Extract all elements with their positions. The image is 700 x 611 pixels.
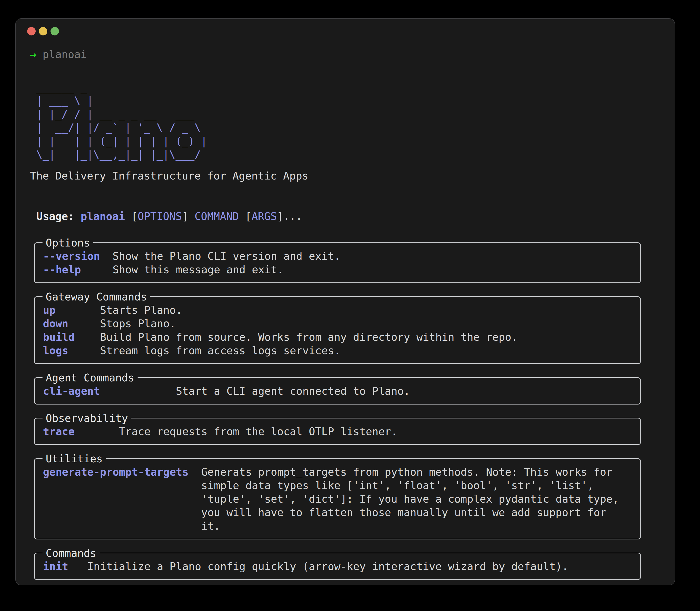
panel-title: Gateway Commands — [43, 290, 150, 304]
panel-gateway-commands: Gateway Commands up Starts Plano. down S… — [34, 296, 641, 364]
command-row: --version Show the Plano CLI version and… — [43, 250, 640, 263]
panel-agent-commands: Agent Commands cli-agent Start a CLI age… — [34, 377, 641, 404]
panel-title: Agent Commands — [43, 371, 138, 385]
usage-program: planoai — [81, 210, 125, 223]
panel-commands: Commands init Initialize a Plano config … — [34, 553, 641, 580]
usage-line: Usage: planoai [OPTIONS] COMMAND [ARGS].… — [30, 210, 661, 223]
zoom-button[interactable] — [50, 27, 59, 35]
command-description: Starts Plano. — [100, 303, 182, 317]
prompt-line: → planoai — [30, 48, 661, 61]
command-row: down Stops Plano. — [43, 317, 640, 330]
command-name: logs — [43, 344, 100, 357]
command-row: build Build Plano from source. Works fro… — [43, 330, 640, 344]
close-button[interactable] — [27, 27, 36, 35]
command-name: down — [43, 317, 100, 330]
panel-observability: Observability trace Trace requests from … — [34, 418, 641, 445]
command-name: generate-prompt-targets — [43, 465, 201, 479]
usage-args-token: ARGS — [252, 210, 277, 223]
command-name: cli-agent — [43, 384, 176, 398]
command-name: build — [43, 330, 100, 344]
panel-title: Options — [43, 236, 93, 250]
command-name: trace — [43, 425, 119, 438]
terminal-content: → planoai ______ _ | ___ \ | | |_/ / | _… — [30, 48, 661, 580]
panel-title: Observability — [43, 412, 131, 425]
panel-utilities: Utilities generate-prompt-targets Genera… — [34, 458, 641, 539]
command-description: Build Plano from source. Works from any … — [100, 330, 518, 344]
command-row: logs Stream logs from access logs servic… — [43, 344, 640, 357]
usage-command-token: COMMAND — [195, 210, 239, 223]
command-description: Stops Plano. — [100, 317, 176, 330]
usage-bracket: ] — [182, 210, 195, 223]
option-description: Show the Plano CLI version and exit. — [113, 250, 340, 263]
usage-ellipsis: ]... — [277, 210, 302, 223]
command-row: up Starts Plano. — [43, 303, 640, 317]
panel-title: Commands — [43, 547, 100, 560]
typed-command: planoai — [43, 48, 87, 61]
command-name: init — [43, 560, 87, 573]
command-row: --help Show this message and exit. — [43, 263, 640, 277]
command-description: Stream logs from access logs services. — [100, 344, 340, 357]
command-name: up — [43, 303, 100, 317]
panel-options: Options --version Show the Plano CLI ver… — [34, 242, 641, 283]
command-row: generate-prompt-targets Generats prompt_… — [43, 465, 640, 533]
ascii-logo: ______ _ | ___ \ | | |_/ / | __ _ _ __ _… — [30, 80, 661, 161]
panel-title: Utilities — [43, 452, 106, 465]
terminal-window: → planoai ______ _ | ___ \ | | |_/ / | _… — [15, 18, 675, 585]
usage-bracket: [ — [125, 210, 138, 223]
tagline: The Delivery Infrastructure for Agentic … — [30, 169, 661, 183]
usage-label: Usage: — [36, 210, 81, 223]
option-name: --version — [43, 250, 113, 263]
window-titlebar — [27, 27, 661, 35]
minimize-button[interactable] — [39, 27, 47, 35]
usage-options-token: OPTIONS — [138, 210, 182, 223]
command-description: Trace requests from the local OTLP liste… — [119, 425, 397, 438]
command-description: Initialize a Plano config quickly (arrow… — [87, 560, 568, 573]
command-description: Generats prompt_targets from python meth… — [201, 465, 619, 533]
prompt-spacer — [36, 48, 43, 61]
usage-bracket: [ — [239, 210, 252, 223]
command-row: trace Trace requests from the local OTLP… — [43, 425, 640, 438]
command-row: cli-agent Start a CLI agent connected to… — [43, 384, 640, 398]
option-name: --help — [43, 263, 113, 277]
command-row: init Initialize a Plano config quickly (… — [43, 560, 640, 573]
command-description: Start a CLI agent connected to Plano. — [176, 384, 410, 398]
option-description: Show this message and exit. — [113, 263, 284, 277]
prompt-arrow-icon: → — [30, 48, 36, 61]
